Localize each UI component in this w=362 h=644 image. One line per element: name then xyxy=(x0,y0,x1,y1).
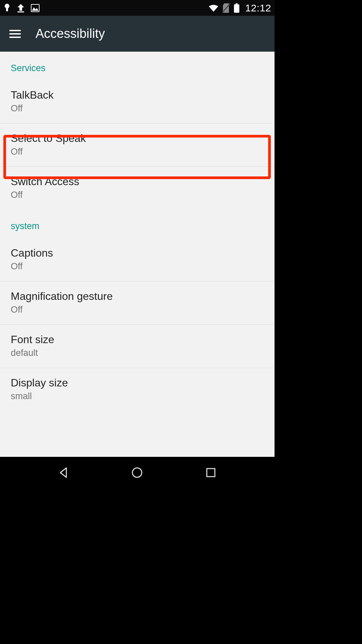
item-subtitle: Off xyxy=(11,147,264,157)
settings-list: Services TalkBack Off Select to Speak Of… xyxy=(0,52,275,457)
item-select-to-speak[interactable]: Select to Speak Off xyxy=(0,123,275,167)
status-bar: 12:12 xyxy=(0,0,275,16)
battery-icon xyxy=(234,3,240,13)
no-sim-icon xyxy=(222,3,230,13)
item-talkback[interactable]: TalkBack Off xyxy=(0,80,275,123)
nav-home-button[interactable] xyxy=(129,464,145,481)
item-title: Switch Access xyxy=(11,175,264,188)
svg-rect-2 xyxy=(17,11,24,12)
svg-rect-8 xyxy=(207,469,215,477)
item-title: Display size xyxy=(11,377,264,389)
item-subtitle: Off xyxy=(11,103,264,114)
item-font-size[interactable]: Font size default xyxy=(0,325,275,368)
section-header-services: Services xyxy=(0,52,275,80)
item-display-size[interactable]: Display size small xyxy=(0,368,275,411)
item-magnification-gesture[interactable]: Magnification gesture Off xyxy=(0,281,275,325)
page-title: Accessibility xyxy=(36,26,105,41)
item-title: Select to Speak xyxy=(11,132,264,145)
svg-rect-5 xyxy=(236,3,238,4)
item-subtitle: Off xyxy=(11,261,264,272)
nav-recent-button[interactable] xyxy=(202,464,219,481)
item-switch-access[interactable]: Switch Access Off xyxy=(0,167,275,210)
status-left-icons xyxy=(3,3,40,13)
status-right-icons: 12:12 xyxy=(208,2,271,14)
image-icon xyxy=(31,4,40,12)
svg-rect-6 xyxy=(234,4,239,13)
item-title: Font size xyxy=(11,333,264,346)
svg-point-7 xyxy=(132,468,142,477)
item-subtitle: default xyxy=(11,348,264,358)
item-captions[interactable]: Captions Off xyxy=(0,238,275,281)
svg-rect-1 xyxy=(6,6,8,11)
lock-icon xyxy=(3,3,11,13)
navigation-bar xyxy=(0,457,275,488)
item-subtitle: Off xyxy=(11,305,264,315)
status-time: 12:12 xyxy=(245,2,271,14)
section-header-system: system xyxy=(0,210,275,238)
item-subtitle: Off xyxy=(11,190,264,200)
upload-icon xyxy=(16,3,25,13)
item-title: TalkBack xyxy=(11,89,264,101)
wifi-icon xyxy=(208,4,219,12)
item-subtitle: small xyxy=(11,391,264,401)
menu-icon[interactable] xyxy=(9,30,21,38)
app-bar: Accessibility xyxy=(0,16,275,52)
item-title: Magnification gesture xyxy=(11,290,264,303)
nav-back-button[interactable] xyxy=(55,464,72,481)
item-title: Captions xyxy=(11,247,264,259)
